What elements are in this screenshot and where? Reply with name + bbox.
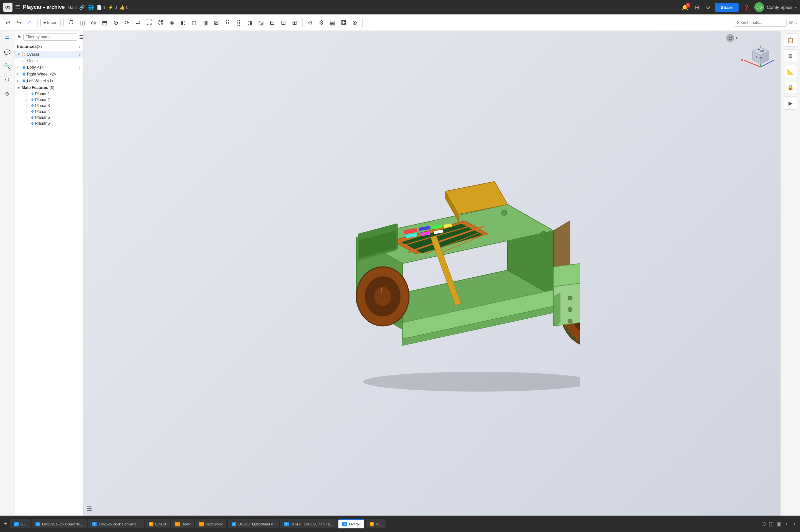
body-chevron: › [17, 65, 22, 69]
toolbar-btn-shell[interactable]: ◻ [189, 18, 199, 27]
left-icon-comment[interactable]: 💬 [2, 47, 12, 57]
tab-lm2596-2[interactable]: A LM2596 Buck Converte... [88, 519, 143, 528]
toolbar-btn-delete-face[interactable]: ⊡ [278, 18, 289, 27]
toolbar-separator-1 [37, 18, 38, 27]
left-icon-model-tree[interactable]: ☰ [2, 34, 12, 43]
tab-batterybox[interactable]: P batterybox [195, 519, 226, 528]
apps-btn[interactable]: ⊞ [693, 3, 701, 12]
toolbar-btn-extrude[interactable]: ⊕ [111, 18, 121, 27]
toolbar-btn-draft[interactable]: ◐ [178, 18, 188, 27]
left-icon-history[interactable]: ⏱ [2, 75, 12, 85]
toolbar-btn-loft[interactable]: ⛶ [145, 18, 154, 27]
toolbar-btn-undo[interactable]: ↩ [3, 18, 13, 27]
tab-overall-label: Overall [349, 522, 360, 526]
viewport[interactable]: ↑ ↑ [84, 31, 780, 516]
search-tools-input[interactable] [734, 19, 786, 26]
toolbar-btn-sweep[interactable]: ⇌ [133, 18, 143, 27]
right-panel-document-btn[interactable]: 📋 [784, 34, 797, 46]
tab-r[interactable]: P R... [366, 519, 386, 528]
tab-body[interactable]: P Body [171, 519, 194, 528]
toolbar-btn-mate[interactable]: ⊛ [350, 18, 360, 27]
planar-4-item[interactable]: › ✛ Planar 4 [15, 109, 83, 115]
add-tab-button[interactable]: + [3, 519, 9, 529]
right-panel-sketch-btn[interactable]: 📐 [784, 65, 797, 78]
bottom-icon-2[interactable]: ◫ [769, 521, 774, 527]
tree-item-right-wheel[interactable]: › ▣ Right Wheel <2> [15, 71, 83, 77]
settings-btn[interactable]: ⚙ [704, 3, 712, 12]
filter-by-name-input[interactable] [23, 34, 77, 41]
tab-dcdc-1[interactable]: A DC-DC_LM2596Ind v7 [228, 519, 278, 528]
view-sphere[interactable]: ◎ [726, 34, 734, 42]
toolbar-btn-mirror[interactable]: ◑ [245, 18, 255, 27]
toolbar-btn-clock[interactable]: ⏱ [66, 18, 76, 27]
toolbar-btn-pipe[interactable]: ⚃ [339, 18, 349, 27]
left-wheel-chevron: › [17, 79, 22, 83]
toolbar-btn-gear1[interactable]: ⚙ [305, 18, 315, 27]
link-icon[interactable]: 🔗 [79, 5, 85, 10]
help-btn[interactable]: ❓ [741, 3, 752, 12]
tab-v68[interactable]: A v68 [10, 519, 31, 528]
toolbar-btn-rib[interactable]: ▥ [200, 18, 210, 27]
tab-r-label: R... [376, 522, 382, 526]
user-dropdown-arrow[interactable]: ▾ [795, 5, 797, 9]
toolbar-btn-fillet[interactable]: ⌘ [156, 18, 166, 27]
search-shortcut: alt/~ c [788, 21, 797, 24]
toolbar-btn-pattern1[interactable]: ⠿ [223, 18, 233, 27]
toolbar-btn-boolean[interactable]: ⊞ [290, 18, 299, 27]
bottom-icon-1[interactable]: ⬡ [762, 521, 766, 527]
toolbar-btn-gear2[interactable]: ⚙ [316, 18, 326, 27]
bottom-icon-3[interactable]: ▣ [776, 521, 781, 527]
planar-3-item[interactable]: › ✛ Planar 3 [15, 103, 83, 109]
planar-2-item[interactable]: › ✛ Planar 2 [15, 97, 83, 103]
tree-item-body[interactable]: › ▣ Body <1> ↓ [15, 64, 83, 71]
planar-1-item[interactable]: › ✛ Planar 1 [15, 91, 83, 97]
tree-item-left-wheel[interactable]: › ▣ Left Wheel <1> [15, 77, 83, 84]
toolbar-btn-pattern2[interactable]: ⣿ [234, 18, 244, 27]
toolbar-btn-split[interactable]: ⊟ [268, 18, 277, 27]
left-icon-relation[interactable]: ⊕ [2, 89, 12, 98]
planar-5-item[interactable]: › ✛ Planar 5 [15, 115, 83, 120]
globe-icon[interactable]: 🌐 [87, 4, 94, 11]
feature-list-icon[interactable]: ☰ [87, 505, 92, 512]
3d-model-canvas: ↑ ↑ [84, 31, 780, 516]
tab-l298n[interactable]: P L298N [145, 519, 170, 528]
right-panel-lock-btn[interactable]: 🔒 [784, 81, 797, 94]
toolbar-btn-insert[interactable]: + Insert [40, 19, 61, 26]
tab-overall[interactable]: A Overall [339, 519, 364, 528]
tab-overall-icon: A [342, 522, 347, 527]
overall-action[interactable]: ↓ [78, 52, 80, 57]
toolbar-btn-sheet-metal[interactable]: ▤ [328, 18, 338, 27]
toolbar-btn-move-face[interactable]: ⬒ [100, 18, 110, 27]
planar6-chevron: › [26, 122, 31, 126]
toolbar-btn-chamfer[interactable]: ◈ [167, 18, 177, 27]
instances-sort-icon[interactable]: ↕ [78, 44, 80, 49]
view-cube[interactable]: X Top Front [738, 34, 777, 74]
tree-item-overall[interactable]: ▼ ⬡ Overall ↓ [15, 51, 83, 58]
tab-nav-next[interactable]: › [792, 520, 797, 527]
toolbar-btn-offset-face[interactable]: ▨ [256, 18, 266, 27]
filter-icon[interactable]: ⚑ [17, 35, 21, 40]
notification-btn[interactable]: 🔔 1 [680, 3, 690, 12]
tree-child-origin[interactable]: ○ Origin [15, 58, 83, 64]
tab-nav-prev[interactable]: ‹ [784, 520, 789, 527]
toolbar-btn-home[interactable]: ⌂ [25, 18, 35, 27]
toolbar-btn-redo[interactable]: ↪ [14, 18, 24, 27]
mate-features-header[interactable]: ▼ Mate Features (6) [15, 84, 83, 91]
right-panel-layout-btn[interactable]: ⊞ [784, 49, 797, 62]
left-icon-inspect[interactable]: 🔍 [2, 61, 12, 71]
toolbar-btn-revolve[interactable]: ⟳ [122, 18, 132, 27]
tab-lm2596-1[interactable]: A LM2596 Buck Converte... [32, 519, 87, 528]
toolbar-btn-wrap[interactable]: ⊠ [212, 18, 221, 27]
onshape-logo[interactable]: OS [3, 3, 13, 12]
tab-dcdc-2[interactable]: A DC-DC_LM2596Ind v7 p... [280, 519, 338, 528]
view-dropdown[interactable]: ▾ [735, 36, 738, 40]
share-button[interactable]: Share [715, 3, 739, 12]
toolbar-btn-sphere[interactable]: ◎ [89, 18, 98, 27]
list-view-icon[interactable]: ☰ [79, 35, 84, 40]
planar-6-item[interactable]: › ✛ Planar 6 [15, 120, 83, 126]
right-panel-motion-btn[interactable]: ▶ [784, 96, 797, 110]
tab-body-icon: P [175, 522, 180, 527]
hamburger-menu[interactable]: ☰ [15, 4, 20, 11]
toolbar-btn-cube[interactable]: ◫ [77, 18, 87, 27]
body-action[interactable]: ↓ [78, 65, 80, 70]
